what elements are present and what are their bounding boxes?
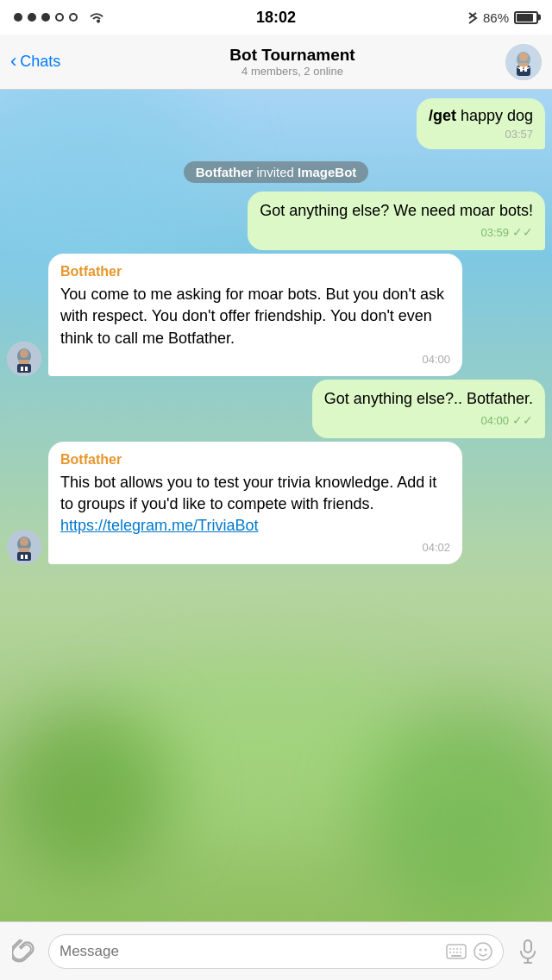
mic-button[interactable] — [512, 936, 543, 967]
signal-dot-3 — [41, 13, 50, 22]
svg-rect-19 — [21, 555, 23, 559]
svg-rect-27 — [453, 952, 455, 953]
signal-dot-4 — [55, 13, 64, 22]
sticker-icon[interactable] — [474, 942, 492, 961]
nav-bar: ‹ Chats Bot Tournament 4 members, 2 onli… — [0, 35, 552, 90]
svg-point-33 — [485, 948, 487, 951]
message-input[interactable] — [60, 943, 439, 960]
svg-point-31 — [474, 943, 492, 960]
bubble-text: You come to me asking for moar bots. But… — [60, 284, 450, 349]
message-botfather-respect: Botfather You come to me asking for moar… — [7, 254, 545, 376]
bubble-meta: 04:02 — [60, 540, 450, 556]
svg-rect-25 — [460, 948, 461, 950]
trivia-link[interactable]: https://telegram.me/TriviaBot — [60, 517, 258, 534]
signal-area — [14, 10, 105, 24]
botfather-avatar-2 — [7, 530, 41, 564]
svg-rect-20 — [25, 555, 28, 559]
svg-rect-23 — [453, 948, 455, 950]
keyboard-svg-icon — [446, 944, 467, 959]
svg-rect-24 — [456, 948, 458, 950]
msg-time: 03:57 — [505, 128, 533, 141]
bubble-time: 03:59 — [480, 225, 509, 241]
svg-point-16 — [20, 537, 28, 546]
svg-rect-22 — [449, 948, 451, 950]
bubble-text: Got anything else?.. Botfather. — [324, 388, 533, 410]
mic-icon — [518, 939, 538, 964]
message-get-bubble: /get happy dog 03:57 — [417, 98, 545, 149]
check-marks-icon: ✓✓ — [512, 224, 533, 242]
svg-rect-18 — [17, 552, 31, 561]
back-label: Chats — [20, 53, 60, 71]
botfather-avatar — [7, 342, 41, 376]
svg-point-3 — [519, 53, 528, 61]
chat-title: Bot Tournament — [229, 46, 354, 65]
svg-rect-34 — [524, 940, 531, 952]
signal-dot-1 — [14, 13, 22, 22]
sticker-svg-icon — [474, 942, 492, 961]
bluetooth-icon — [467, 9, 478, 25]
bubble-time: 04:00 — [480, 413, 509, 429]
bubble-meta: 03:59 ✓✓ — [260, 224, 533, 242]
svg-rect-26 — [449, 952, 451, 953]
input-bar — [0, 921, 552, 980]
status-time: 18:02 — [256, 9, 296, 27]
status-right: 86% — [467, 9, 538, 25]
svg-rect-13 — [25, 367, 28, 371]
svg-point-32 — [480, 948, 482, 951]
system-invitee: ImageBot — [298, 165, 356, 179]
messages-area: /get happy dog 03:57 Botfather invited I… — [0, 90, 552, 921]
get-text: happy dog — [456, 107, 533, 124]
bubble-text: This bot allows you to test your trivia … — [60, 472, 450, 537]
bubble-meta: 04:00 ✓✓ — [324, 412, 533, 430]
chat-avatar[interactable] — [505, 44, 542, 80]
signal-dot-2 — [28, 13, 36, 22]
message-botfather-respect-reply: Got anything else?.. Botfather. 04:00 ✓✓ — [7, 380, 545, 438]
bubble-botfather-trivia: Botfather This bot allows you to test yo… — [48, 442, 462, 564]
get-command: /get — [429, 107, 456, 124]
system-sender: Botfather — [196, 165, 254, 179]
signal-dot-5 — [69, 13, 78, 22]
nav-center: Bot Tournament 4 members, 2 online — [79, 46, 505, 78]
attach-button[interactable] — [9, 936, 40, 967]
attach-icon — [12, 939, 36, 964]
system-message-text: Botfather invited ImageBot — [184, 161, 369, 183]
svg-rect-12 — [21, 367, 23, 371]
bubble-text: Got anything else? We need moar bots! — [260, 200, 533, 222]
bubble-time: 04:02 — [422, 540, 450, 556]
bubble-botfather-respect: Botfather You come to me asking for moar… — [48, 254, 462, 376]
bubble-moar-bots: Got anything else? We need moar bots! 03… — [248, 192, 545, 250]
msg-meta: 03:57 — [429, 128, 533, 141]
chat-subtitle: 4 members, 2 online — [242, 65, 343, 78]
battery-percent: 86% — [483, 10, 509, 25]
message-botfather-trivia: Botfather This bot allows you to test yo… — [7, 442, 545, 564]
back-chevron-icon: ‹ — [10, 52, 16, 71]
bubble-sender: Botfather — [60, 262, 450, 281]
keyboard-icon[interactable] — [446, 944, 467, 959]
message-input-wrap[interactable] — [48, 934, 504, 969]
status-bar: 18:02 86% — [0, 0, 552, 35]
svg-rect-30 — [451, 955, 461, 957]
wifi-icon — [88, 10, 105, 24]
svg-point-9 — [20, 349, 28, 358]
svg-rect-28 — [456, 952, 458, 953]
system-message-invited: Botfather invited ImageBot — [184, 161, 369, 183]
bubble-sender: Botfather — [60, 450, 450, 469]
bubble-respect-reply: Got anything else?.. Botfather. 04:00 ✓✓ — [312, 380, 545, 438]
bubble-time: 04:00 — [422, 352, 450, 368]
message-moar-bots: Got anything else? We need moar bots! 03… — [7, 192, 545, 250]
check-marks-icon: ✓✓ — [512, 412, 533, 430]
bubble-meta: 04:00 — [60, 352, 450, 368]
back-button[interactable]: ‹ Chats — [10, 53, 79, 71]
battery-indicator — [514, 11, 538, 24]
svg-rect-29 — [460, 952, 461, 953]
message-get: /get happy dog 03:57 — [7, 98, 545, 153]
svg-rect-11 — [17, 364, 31, 373]
